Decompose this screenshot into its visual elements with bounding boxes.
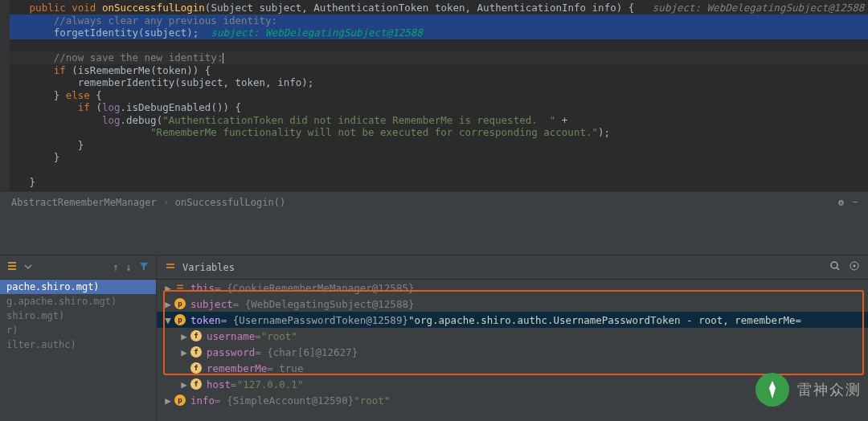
code-line: log.debug("AuthenticationToken did not i… [0,114,868,127]
svg-line-6 [837,268,839,270]
param-icon: p [174,394,186,406]
field-icon: f [190,330,202,341]
code-line [0,164,868,177]
code-line: } [0,176,868,189]
expand-icon[interactable]: ▶ [179,330,189,342]
expand-icon[interactable]: ▶ [163,282,173,294]
svg-point-5 [831,262,837,268]
frame-item[interactable]: g.apache.shiro.mgt) [0,294,156,309]
code-line: if (log.isDebugEnabled()) { [0,101,868,114]
watermark-logo-icon [755,373,789,407]
code-line: if (isRememberMe(token)) { [0,64,868,77]
arrow-down-icon[interactable]: ↓ [125,261,132,273]
code-line: //always clear any previous identity: [0,14,868,27]
expand-icon[interactable]: ▶ [179,378,189,390]
variable-subject[interactable]: ▶ p subject = {WebDelegatingSubject@1258… [157,296,868,312]
frame-item[interactable]: r) [0,323,156,337]
svg-point-8 [854,265,856,268]
param-icon: p [174,314,186,325]
frames-list[interactable]: pache.shiro.mgt) g.apache.shiro.mgt) shi… [0,280,156,421]
target-icon[interactable] [849,260,860,274]
variables-icon [165,260,176,274]
variables-header: Variables [157,255,868,280]
variable-username[interactable]: ▶ f username = "root" [157,328,868,344]
expand-icon[interactable]: ▶ [179,346,189,358]
code-line: } [0,151,868,164]
watermark-text: 雷神众测 [797,380,862,399]
field-icon: f [190,378,202,390]
filter-icon[interactable] [138,260,149,274]
collapse-icon[interactable]: ▼ [163,314,173,326]
dropdown-icon[interactable] [24,261,32,273]
breadcrumb-class[interactable]: AbstractRememberMeManager [11,197,157,208]
variable-password[interactable]: ▶ f password = {char[6]@12627} [157,344,868,360]
watermark: 雷神众测 [755,373,862,407]
gear-icon[interactable]: ⚙ [838,197,844,208]
code-editor[interactable]: public void onSuccessfulLogin(Subject su… [0,0,868,191]
variable-token[interactable]: ▼ p token = {UsernamePasswordToken@12589… [157,312,868,328]
frame-item[interactable]: pache.shiro.mgt) [0,280,156,294]
code-line-exec: forgetIdentity(subject); subject: WebDel… [0,27,868,39]
value-icon: ≡ [174,282,186,293]
svg-rect-4 [166,267,174,268]
svg-rect-1 [8,265,16,267]
debug-panel: ↑ ↓ pache.shiro.mgt) g.apache.shiro.mgt)… [0,255,868,421]
code-line-current: //now save the new identity: [0,51,868,64]
svg-rect-0 [8,262,16,264]
frame-item[interactable]: ilter.authc) [0,337,156,352]
code-line [0,39,868,52]
code-line: } [0,139,868,152]
frames-panel: ↑ ↓ pache.shiro.mgt) g.apache.shiro.mgt)… [0,255,157,421]
expand-icon[interactable]: ▶ [163,394,173,407]
svg-rect-2 [8,268,16,270]
expand-icon[interactable]: ▶ [163,298,173,310]
code-line: rememberIdentity(subject, token, info); [0,76,868,89]
breadcrumb: AbstractRememberMeManager › onSuccessful… [0,191,868,212]
field-icon: f [190,346,202,358]
breadcrumb-method[interactable]: onSuccessfulLogin() [175,197,285,208]
minimize-icon[interactable]: － [850,195,860,209]
field-icon: f [190,362,202,374]
frame-item[interactable]: shiro.mgt) [0,309,156,323]
search-icon[interactable] [829,260,841,274]
debug-toolbar-area [0,212,868,255]
arrow-up-icon[interactable]: ↑ [113,261,119,273]
variable-this[interactable]: ▶ ≡ this = {CookieRememberMeManager@1258… [157,280,868,296]
svg-rect-3 [166,264,174,265]
variables-title: Variables [182,262,235,273]
code-line: public void onSuccessfulLogin(Subject su… [0,2,868,14]
code-line: "RememberMe functionality will not be ex… [0,126,868,139]
stack-icon[interactable] [6,260,18,274]
code-line: } else { [0,89,868,102]
frames-toolbar: ↑ ↓ [0,255,156,280]
param-icon: p [174,298,186,309]
editor-gutter [0,0,10,191]
breadcrumb-sep: › [163,197,169,208]
